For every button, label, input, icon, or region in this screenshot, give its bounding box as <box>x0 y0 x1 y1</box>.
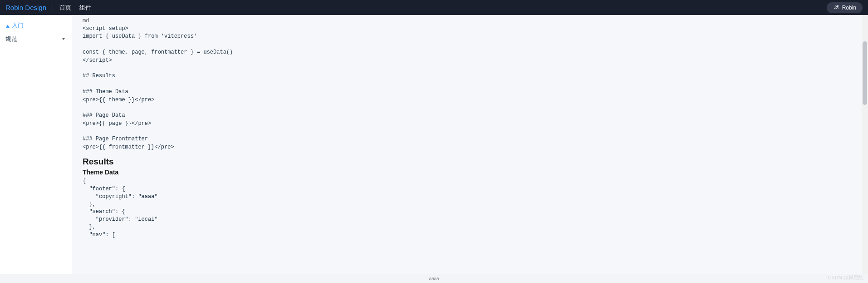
brand-title[interactable]: Robin Design <box>5 4 53 11</box>
user-label: Robin <box>842 5 856 11</box>
nav-links: 首页 组件 <box>59 4 91 12</box>
sidebar: 入门 规范 <box>0 15 72 274</box>
sidebar-item-label: 规范 <box>5 35 17 43</box>
footer: aaaa <box>0 274 868 283</box>
code-block: <script setup> import { useData } from '… <box>83 25 857 151</box>
chevron-down-icon <box>61 36 66 42</box>
svg-point-0 <box>835 6 836 7</box>
svg-marker-3 <box>62 38 65 40</box>
nav-link-home[interactable]: 首页 <box>59 4 71 12</box>
sidebar-item-intro[interactable]: 入门 <box>0 19 72 32</box>
footer-text: aaaa <box>429 276 439 281</box>
user-button[interactable]: Robin <box>827 2 863 13</box>
content-area[interactable]: md <script setup> import { useData } fro… <box>72 15 868 274</box>
nav-link-components[interactable]: 组件 <box>79 4 91 12</box>
user-icon <box>834 5 839 10</box>
sidebar-item-label: 入门 <box>12 21 24 30</box>
theme-data-heading: Theme Data <box>83 169 857 176</box>
md-label: md <box>83 18 857 24</box>
triangle-icon <box>5 23 10 28</box>
app-header: Robin Design 首页 组件 Robin <box>0 0 868 15</box>
sidebar-item-spec[interactable]: 规范 <box>0 32 72 46</box>
theme-json-block: { "footer": { "copyright": "aaaa" }, "se… <box>83 178 857 238</box>
body-wrap: 入门 规范 md <script setup> import { useData… <box>0 15 868 274</box>
svg-marker-2 <box>6 25 10 28</box>
header-right: Robin <box>821 2 863 13</box>
svg-point-1 <box>837 5 838 7</box>
scrollbar-track[interactable] <box>862 15 868 274</box>
results-heading: Results <box>83 157 857 167</box>
scrollbar-thumb[interactable] <box>863 41 867 105</box>
header-left: Robin Design 首页 组件 <box>5 4 91 12</box>
